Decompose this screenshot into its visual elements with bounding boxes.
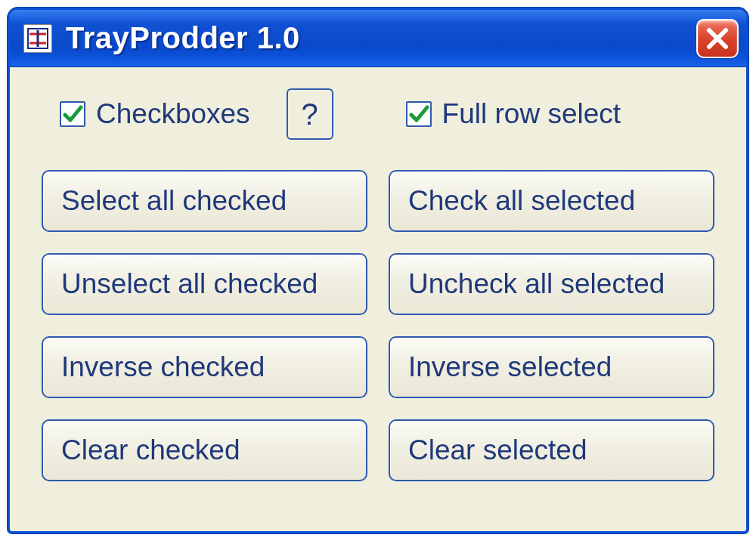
checkmark-icon [62, 104, 83, 125]
inverse-checked-button[interactable]: Inverse checked [42, 336, 367, 398]
help-button[interactable]: ? [287, 88, 333, 140]
titlebar[interactable]: TrayProdder 1.0 [10, 10, 746, 67]
select-all-checked-button[interactable]: Select all checked [42, 170, 367, 232]
window-title: TrayProdder 1.0 [66, 21, 696, 55]
uncheck-all-selected-button[interactable]: Uncheck all selected [389, 253, 714, 315]
unselect-all-checked-button[interactable]: Unselect all checked [42, 253, 367, 315]
app-icon [23, 24, 52, 53]
left-column: Select all checked Unselect all checked … [42, 170, 367, 481]
checkboxes-checkbox[interactable] [60, 101, 85, 127]
full-row-select-option: Full row select [406, 98, 621, 130]
check-all-selected-button[interactable]: Check all selected [389, 170, 714, 232]
right-column: Check all selected Uncheck all selected … [389, 170, 714, 481]
options-row: Checkboxes ? Full row select [36, 88, 720, 140]
clear-checked-button[interactable]: Clear checked [42, 419, 367, 481]
inverse-selected-button[interactable]: Inverse selected [389, 336, 714, 398]
client-area: Checkboxes ? Full row select Select all … [10, 67, 746, 531]
close-icon [705, 26, 730, 51]
checkboxes-option: Checkboxes [60, 98, 250, 130]
button-columns: Select all checked Unselect all checked … [36, 170, 720, 481]
full-row-select-label: Full row select [442, 98, 621, 130]
app-window: TrayProdder 1.0 Checkboxes ? [8, 8, 748, 533]
checkboxes-label: Checkboxes [96, 98, 250, 130]
full-row-select-checkbox[interactable] [406, 101, 432, 127]
checkmark-icon [408, 104, 429, 125]
clear-selected-button[interactable]: Clear selected [389, 419, 714, 481]
close-button[interactable] [696, 19, 739, 58]
